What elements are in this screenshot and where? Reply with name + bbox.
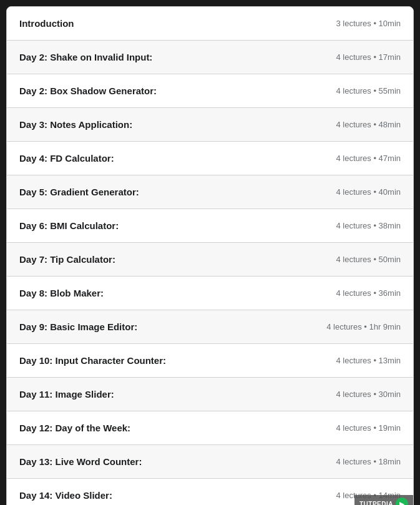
course-title: Day 2: Shake on Invalid Input: <box>19 52 152 62</box>
course-meta: 4 lectures • 17min <box>336 52 401 62</box>
watermark-text: TUTPEDIA <box>359 501 393 506</box>
course-meta: 4 lectures • 38min <box>336 221 401 230</box>
course-item[interactable]: Day 10: Input Character Counter:4 lectur… <box>7 344 413 378</box>
course-title: Day 6: BMI Calculator: <box>19 220 119 231</box>
course-title: Introduction <box>19 18 74 29</box>
course-item[interactable]: Day 12: Day of the Week:4 lectures • 19m… <box>7 411 413 445</box>
course-meta: 4 lectures • 36min <box>336 288 401 298</box>
course-title: Day 3: Notes Application: <box>19 119 132 130</box>
course-title: Day 5: Gradient Generator: <box>19 187 139 197</box>
watermark-overlay: TUTPEDIA▶ <box>354 495 413 505</box>
course-item[interactable]: Day 6: BMI Calculator:4 lectures • 38min <box>7 209 413 243</box>
course-title: Day 14: Video Slider: <box>19 490 112 501</box>
course-item[interactable]: Day 7: Tip Calculator:4 lectures • 50min <box>7 243 413 277</box>
course-item[interactable]: Day 3: Notes Application:4 lectures • 48… <box>7 108 413 142</box>
course-meta: 4 lectures • 55min <box>336 86 401 96</box>
course-item[interactable]: Day 2: Shake on Invalid Input:4 lectures… <box>7 41 413 74</box>
course-meta: 4 lectures • 30min <box>336 390 401 399</box>
course-item[interactable]: Introduction3 lectures • 10min <box>7 7 413 41</box>
course-meta: 4 lectures • 1hr 9min <box>326 322 401 331</box>
course-title: Day 8: Blob Maker: <box>19 288 104 298</box>
course-item[interactable]: Day 2: Box Shadow Generator:4 lectures •… <box>7 74 413 108</box>
course-meta: 4 lectures • 19min <box>336 423 401 433</box>
course-item[interactable]: Day 14: Video Slider:4 lectures • 14min <box>7 479 413 505</box>
course-title: Day 7: Tip Calculator: <box>19 254 115 265</box>
course-item[interactable]: Day 5: Gradient Generator:4 lectures • 4… <box>7 175 413 209</box>
course-meta: 4 lectures • 47min <box>336 154 401 163</box>
course-meta: 4 lectures • 50min <box>336 255 401 264</box>
course-title: Day 13: Live Word Counter: <box>19 456 142 467</box>
course-title: Day 2: Box Shadow Generator: <box>19 86 157 96</box>
course-title: Day 10: Input Character Counter: <box>19 355 166 366</box>
course-meta: 4 lectures • 40min <box>336 187 401 197</box>
course-item[interactable]: Day 4: FD Calculator:4 lectures • 47min <box>7 142 413 175</box>
course-item[interactable]: Day 13: Live Word Counter:4 lectures • 1… <box>7 445 413 479</box>
watermark-play-icon: ▶ <box>396 498 408 505</box>
course-meta: 4 lectures • 18min <box>336 457 401 466</box>
course-item[interactable]: Day 11: Image Slider:4 lectures • 30min <box>7 378 413 411</box>
course-title: Day 11: Image Slider: <box>19 389 114 400</box>
course-meta: 3 lectures • 10min <box>336 19 401 28</box>
course-item[interactable]: Day 9: Basic Image Editor:4 lectures • 1… <box>7 310 413 344</box>
course-title: Day 4: FD Calculator: <box>19 153 114 164</box>
course-title: Day 12: Day of the Week: <box>19 423 130 433</box>
course-list-container: Introduction3 lectures • 10minDay 2: Sha… <box>6 6 414 505</box>
course-meta: 4 lectures • 48min <box>336 120 401 129</box>
course-item[interactable]: Day 8: Blob Maker:4 lectures • 36min <box>7 277 413 310</box>
course-title: Day 9: Basic Image Editor: <box>19 321 137 332</box>
course-meta: 4 lectures • 13min <box>336 356 401 365</box>
